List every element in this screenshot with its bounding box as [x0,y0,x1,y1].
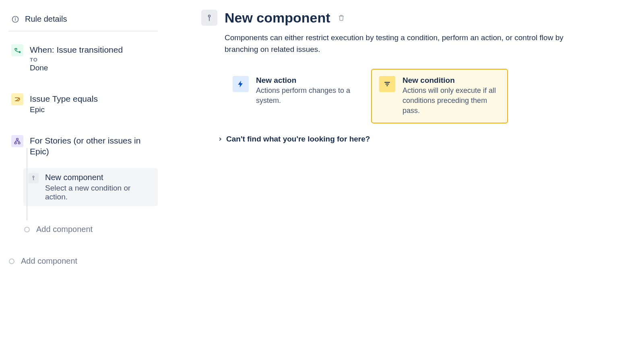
branch-children: New component Select a new condition or … [23,160,158,236]
condition-value: Epic [30,105,155,114]
trigger-to-value: Done [30,64,155,72]
condition-icon [11,93,23,105]
info-icon [11,15,19,23]
rule-details-button[interactable]: Rule details [9,12,158,31]
help-label: Can't find what you're looking for here? [226,135,370,144]
option-new-condition[interactable]: New condition Actions will only execute … [371,69,508,123]
option-action-desc: Actions perform changes to a system. [256,86,353,106]
add-label-outer: Add component [21,256,77,266]
svg-rect-4 [17,138,19,140]
page-title: New component [225,10,330,26]
new-component-sub: Select a new condition or action. [45,184,153,201]
svg-rect-6 [18,142,20,144]
add-circle-icon [24,227,30,232]
bolt-icon [233,76,249,92]
page-header: New component [201,10,628,26]
add-circle-icon [9,258,14,264]
new-component-title: New component [45,173,153,182]
branch-line [27,148,27,220]
rule-sidebar: Rule details When: Issue transitioned TO… [0,0,161,359]
add-component-inner[interactable]: Add component [23,222,158,236]
branch-icon [11,135,23,147]
rule-steps: When: Issue transitioned TO Done Issue T… [9,41,158,268]
main-panel: New component Components can either rest… [161,0,644,359]
add-component-outer[interactable]: Add component [8,254,158,268]
trigger-title: When: Issue transitioned [30,44,155,55]
component-options: New action Actions perform changes to a … [225,69,628,123]
option-new-action[interactable]: New action Actions perform changes to a … [225,69,361,123]
filter-icon [379,76,395,92]
new-component-icon [28,173,39,183]
page-description: Components can either restrict execution… [225,32,579,55]
delete-button[interactable] [338,14,345,21]
svg-point-9 [208,15,211,17]
help-expand[interactable]: Can't find what you're looking for here? [217,135,628,144]
step-new-component[interactable]: New component Select a new condition or … [23,168,158,206]
option-condition-desc: Actions will only execute if all conditi… [402,86,500,116]
rule-details-label: Rule details [25,14,67,24]
branch-title: For Stories (or other issues in Epic) [30,135,155,157]
header-component-icon [201,10,217,26]
svg-rect-5 [14,142,17,144]
svg-point-2 [15,18,16,18]
option-condition-title: New condition [402,76,500,85]
condition-title: Issue Type equals [30,93,155,104]
step-trigger[interactable]: When: Issue transitioned TO Done [9,41,158,76]
step-condition[interactable]: Issue Type equals Epic [9,90,158,117]
trigger-to-label: TO [30,57,155,63]
chevron-right-icon [217,136,223,142]
trigger-icon [11,44,23,56]
option-action-title: New action [256,76,353,85]
svg-point-7 [33,176,34,178]
add-label-inner: Add component [36,225,93,234]
step-branch[interactable]: For Stories (or other issues in Epic) [9,132,158,160]
